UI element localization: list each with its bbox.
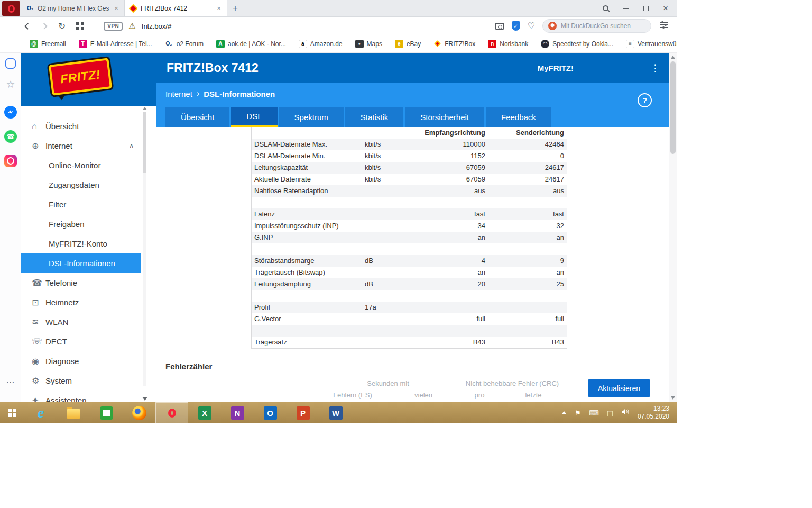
fritz-tab[interactable]: Spektrum bbox=[279, 107, 344, 127]
row-unit bbox=[365, 337, 395, 348]
menu-item[interactable]: System bbox=[21, 371, 141, 391]
menu-scroll-up-icon[interactable] bbox=[143, 107, 147, 110]
back-icon[interactable] bbox=[24, 23, 31, 30]
easy-setup-icon[interactable] bbox=[660, 21, 668, 31]
whatsapp-icon[interactable] bbox=[4, 130, 17, 143]
fritz-tab[interactable]: Störsicherheit bbox=[405, 107, 484, 127]
volume-icon[interactable] bbox=[621, 408, 630, 418]
taskbar-clock[interactable]: 13:23 07.05.2020 bbox=[638, 405, 669, 421]
row-unit: 17a bbox=[365, 302, 395, 313]
menu-item[interactable]: DSL-Informationen bbox=[21, 253, 141, 273]
row-label: G.Vector bbox=[252, 313, 365, 325]
snapshot-icon[interactable] bbox=[495, 23, 504, 30]
messenger-icon[interactable] bbox=[4, 106, 17, 119]
display-icon[interactable]: ▤ bbox=[607, 410, 613, 416]
taskbar-app-button[interactable] bbox=[90, 402, 123, 423]
bookmark-item[interactable]: T E-Mail-Adresse | Tel... bbox=[79, 40, 152, 48]
speed-dial-icon[interactable] bbox=[76, 22, 79, 25]
fritz-tab[interactable]: Statistik bbox=[345, 107, 404, 127]
menu-item[interactable]: Diagnose bbox=[21, 351, 141, 371]
taskbar-app-button[interactable]: P bbox=[287, 402, 319, 423]
menu-item[interactable]: WLAN bbox=[21, 312, 141, 332]
menu-item[interactable]: Freigaben bbox=[21, 214, 141, 234]
tab-favicon-icon bbox=[26, 5, 34, 12]
close-window-button[interactable] bbox=[663, 4, 668, 13]
taskbar-app-button[interactable]: N bbox=[221, 402, 254, 423]
bookmark-item[interactable]: a Amazon.de bbox=[299, 40, 343, 48]
fritz-tab[interactable]: Feedback bbox=[486, 107, 551, 127]
menu-item[interactable]: Zugangsdaten bbox=[21, 175, 141, 195]
address-bar[interactable]: VPN fritz.box/# bbox=[104, 21, 494, 31]
bookmarks-star-icon[interactable] bbox=[6, 79, 15, 89]
kebab-menu-icon[interactable] bbox=[650, 63, 660, 73]
breadcrumb-parent[interactable]: Internet bbox=[165, 89, 192, 98]
page-scrollbar[interactable] bbox=[669, 53, 677, 402]
row-rx-value: fast bbox=[395, 208, 485, 220]
menu-item[interactable]: Online-Monitor bbox=[21, 156, 141, 175]
browser-tab[interactable]: O2 my Home M Flex Gesch... bbox=[22, 0, 125, 16]
menu-item[interactable]: Filter bbox=[21, 195, 141, 214]
taskbar-app-button[interactable]: W bbox=[319, 402, 352, 423]
row-rx-value: an bbox=[395, 232, 485, 243]
myfritz-link[interactable]: MyFRITZ! bbox=[538, 64, 574, 72]
search-tabs-icon[interactable] bbox=[603, 5, 608, 11]
taskbar-app-button[interactable] bbox=[123, 402, 155, 423]
scroll-down-icon[interactable] bbox=[671, 396, 675, 400]
bookmark-item[interactable]: ● Maps bbox=[355, 40, 382, 48]
scroll-up-icon[interactable] bbox=[671, 56, 675, 59]
row-rx-value bbox=[395, 290, 485, 302]
tab-close-icon[interactable] bbox=[113, 4, 120, 12]
menu-item[interactable]: Telefonie bbox=[21, 273, 141, 293]
menu-scrollbar-thumb[interactable] bbox=[143, 112, 146, 173]
taskbar-app-button[interactable] bbox=[57, 402, 90, 423]
adblock-shield-icon[interactable] bbox=[512, 21, 520, 31]
start-button[interactable] bbox=[0, 402, 24, 423]
restore-button[interactable] bbox=[643, 6, 649, 11]
tab-close-icon[interactable] bbox=[215, 4, 223, 12]
scrollbar-thumb[interactable] bbox=[670, 61, 676, 154]
fritz-tab[interactable]: Übersicht bbox=[165, 107, 229, 127]
new-tab-button[interactable] bbox=[227, 0, 243, 16]
browser-tab[interactable]: FRITZ!Box 7412 bbox=[125, 0, 227, 16]
menu-scroll-down-icon[interactable] bbox=[142, 397, 147, 401]
workspace-icon[interactable] bbox=[5, 58, 16, 69]
menu-item[interactable]: DECT bbox=[21, 332, 141, 351]
menu-item-icon bbox=[32, 356, 45, 366]
fritz-tab[interactable]: DSL bbox=[231, 107, 277, 127]
sidebar-settings-icon[interactable] bbox=[6, 377, 15, 387]
taskbar-app-button[interactable]: X bbox=[188, 402, 221, 423]
bookmark-item[interactable]: FRITZ!Box bbox=[433, 40, 475, 48]
help-icon[interactable]: ? bbox=[638, 93, 652, 107]
insecure-warning-icon[interactable] bbox=[128, 21, 135, 31]
keyboard-icon[interactable]: ⌨ bbox=[589, 410, 599, 416]
bookmark-item[interactable]: e eBay bbox=[395, 40, 421, 48]
refresh-button[interactable]: Aktualisieren bbox=[588, 379, 650, 397]
menu-item[interactable]: Assistenten bbox=[21, 391, 141, 402]
hidden-icons-chevron[interactable] bbox=[561, 411, 567, 414]
minimize-button[interactable] bbox=[623, 8, 629, 9]
url-text[interactable]: fritz.box/# bbox=[142, 22, 171, 30]
bookmark-item[interactable]: n Norisbank bbox=[488, 40, 528, 48]
reload-icon[interactable] bbox=[58, 22, 66, 31]
taskbar-app-button[interactable]: e bbox=[24, 402, 57, 423]
bookmark-heart-icon[interactable] bbox=[528, 22, 535, 30]
menu-item[interactable]: MyFRITZ!-Konto bbox=[21, 234, 141, 253]
menu-item[interactable]: Internet bbox=[21, 136, 141, 156]
bookmark-item[interactable]: ◠ Speedtest by Ookla... bbox=[541, 40, 613, 48]
taskbar-app-button[interactable] bbox=[155, 402, 188, 423]
search-field[interactable]: Mit DuckDuckGo suchen bbox=[542, 19, 651, 33]
flag-icon[interactable]: ⚑ bbox=[575, 410, 581, 416]
table-row: Störabstandsmarge dB 4 9 bbox=[252, 255, 567, 267]
taskbar-app-button[interactable]: O bbox=[254, 402, 287, 423]
bookmark-item[interactable]: A aok.de | AOK - Nor... bbox=[216, 40, 286, 48]
opera-menu-button[interactable] bbox=[2, 1, 20, 16]
bookmark-item[interactable]: O₂ o2 Forum bbox=[165, 40, 204, 48]
menu-item[interactable]: Übersicht bbox=[21, 116, 141, 136]
instagram-icon[interactable] bbox=[4, 155, 17, 167]
forward-icon[interactable] bbox=[41, 23, 48, 30]
menu-item[interactable]: Heimnetz bbox=[21, 293, 141, 312]
tab-list: O2 my Home M Flex Gesch... FRITZ!Box 741… bbox=[22, 0, 227, 16]
bookmark-item[interactable]: @ Freemail bbox=[30, 40, 66, 48]
bookmark-item[interactable]: ≡ Vertrauenswürdige... bbox=[626, 40, 677, 48]
vpn-badge[interactable]: VPN bbox=[104, 22, 123, 31]
